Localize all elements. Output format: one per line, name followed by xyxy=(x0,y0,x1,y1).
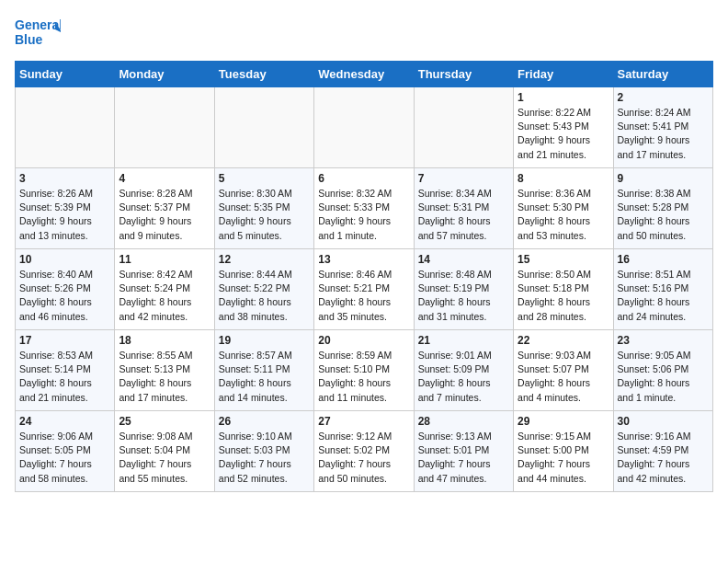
day-number: 25 xyxy=(119,415,210,428)
calendar-day-header: Friday xyxy=(514,62,613,87)
day-number: 22 xyxy=(518,334,609,347)
day-info: Sunrise: 9:03 AM Sunset: 5:07 PM Dayligh… xyxy=(518,349,609,405)
day-info: Sunrise: 8:28 AM Sunset: 5:37 PM Dayligh… xyxy=(119,187,210,243)
day-info: Sunrise: 8:40 AM Sunset: 5:26 PM Dayligh… xyxy=(19,268,110,324)
calendar-week-row: 17Sunrise: 8:53 AM Sunset: 5:14 PM Dayli… xyxy=(16,330,713,411)
day-info: Sunrise: 8:59 AM Sunset: 5:10 PM Dayligh… xyxy=(318,349,409,405)
day-number: 11 xyxy=(119,253,210,266)
calendar-week-row: 10Sunrise: 8:40 AM Sunset: 5:26 PM Dayli… xyxy=(16,249,713,330)
calendar-day-header: Monday xyxy=(115,62,214,87)
day-info: Sunrise: 8:30 AM Sunset: 5:35 PM Dayligh… xyxy=(219,187,310,243)
calendar-day-header: Wednesday xyxy=(314,62,414,87)
day-info: Sunrise: 8:26 AM Sunset: 5:39 PM Dayligh… xyxy=(19,187,110,243)
calendar-cell: 21Sunrise: 9:01 AM Sunset: 5:09 PM Dayli… xyxy=(414,330,513,411)
calendar-cell: 26Sunrise: 9:10 AM Sunset: 5:03 PM Dayli… xyxy=(214,411,313,492)
day-info: Sunrise: 8:34 AM Sunset: 5:31 PM Dayligh… xyxy=(418,187,509,243)
calendar-cell: 8Sunrise: 8:36 AM Sunset: 5:30 PM Daylig… xyxy=(514,168,613,249)
day-info: Sunrise: 9:15 AM Sunset: 5:00 PM Dayligh… xyxy=(518,430,609,486)
calendar-cell: 17Sunrise: 8:53 AM Sunset: 5:14 PM Dayli… xyxy=(16,330,115,411)
calendar-header-row: SundayMondayTuesdayWednesdayThursdayFrid… xyxy=(16,62,713,87)
calendar-cell: 10Sunrise: 8:40 AM Sunset: 5:26 PM Dayli… xyxy=(16,249,115,330)
day-number: 28 xyxy=(418,415,509,428)
day-number: 14 xyxy=(418,253,509,266)
day-info: Sunrise: 9:16 AM Sunset: 4:59 PM Dayligh… xyxy=(618,430,709,486)
calendar-cell xyxy=(16,87,115,168)
logo-svg: General Blue xyxy=(15,15,61,53)
day-number: 21 xyxy=(418,334,509,347)
day-info: Sunrise: 9:01 AM Sunset: 5:09 PM Dayligh… xyxy=(418,349,509,405)
calendar-day-header: Sunday xyxy=(16,62,115,87)
day-number: 23 xyxy=(618,334,709,347)
day-number: 1 xyxy=(518,91,609,104)
page-header: General Blue xyxy=(15,15,713,53)
day-number: 5 xyxy=(219,172,310,185)
day-info: Sunrise: 8:22 AM Sunset: 5:43 PM Dayligh… xyxy=(518,106,609,162)
day-number: 8 xyxy=(518,172,609,185)
calendar-cell: 9Sunrise: 8:38 AM Sunset: 5:28 PM Daylig… xyxy=(613,168,712,249)
calendar-week-row: 1Sunrise: 8:22 AM Sunset: 5:43 PM Daylig… xyxy=(16,87,713,168)
calendar-cell: 1Sunrise: 8:22 AM Sunset: 5:43 PM Daylig… xyxy=(514,87,613,168)
day-info: Sunrise: 8:55 AM Sunset: 5:13 PM Dayligh… xyxy=(119,349,210,405)
day-info: Sunrise: 8:32 AM Sunset: 5:33 PM Dayligh… xyxy=(318,187,409,243)
day-info: Sunrise: 8:38 AM Sunset: 5:28 PM Dayligh… xyxy=(618,187,709,243)
calendar-cell: 28Sunrise: 9:13 AM Sunset: 5:01 PM Dayli… xyxy=(414,411,513,492)
calendar-cell xyxy=(414,87,513,168)
calendar-cell: 7Sunrise: 8:34 AM Sunset: 5:31 PM Daylig… xyxy=(414,168,513,249)
day-info: Sunrise: 9:05 AM Sunset: 5:06 PM Dayligh… xyxy=(618,349,709,405)
day-number: 9 xyxy=(618,172,709,185)
calendar-cell: 27Sunrise: 9:12 AM Sunset: 5:02 PM Dayli… xyxy=(314,411,414,492)
day-info: Sunrise: 8:57 AM Sunset: 5:11 PM Dayligh… xyxy=(219,349,310,405)
day-number: 24 xyxy=(19,415,110,428)
calendar-cell: 11Sunrise: 8:42 AM Sunset: 5:24 PM Dayli… xyxy=(115,249,214,330)
day-info: Sunrise: 8:51 AM Sunset: 5:16 PM Dayligh… xyxy=(618,268,709,324)
calendar-cell: 25Sunrise: 9:08 AM Sunset: 5:04 PM Dayli… xyxy=(115,411,214,492)
calendar-cell: 15Sunrise: 8:50 AM Sunset: 5:18 PM Dayli… xyxy=(514,249,613,330)
day-number: 27 xyxy=(318,415,409,428)
calendar-cell xyxy=(314,87,414,168)
calendar-cell: 29Sunrise: 9:15 AM Sunset: 5:00 PM Dayli… xyxy=(514,411,613,492)
calendar-cell: 30Sunrise: 9:16 AM Sunset: 4:59 PM Dayli… xyxy=(613,411,712,492)
day-number: 6 xyxy=(318,172,409,185)
calendar-day-header: Tuesday xyxy=(214,62,313,87)
day-info: Sunrise: 9:06 AM Sunset: 5:05 PM Dayligh… xyxy=(19,430,110,486)
day-number: 13 xyxy=(318,253,409,266)
day-info: Sunrise: 8:53 AM Sunset: 5:14 PM Dayligh… xyxy=(19,349,110,405)
calendar-day-header: Saturday xyxy=(613,62,712,87)
calendar-cell: 3Sunrise: 8:26 AM Sunset: 5:39 PM Daylig… xyxy=(16,168,115,249)
day-info: Sunrise: 8:42 AM Sunset: 5:24 PM Dayligh… xyxy=(119,268,210,324)
svg-text:Blue: Blue xyxy=(15,32,43,47)
day-number: 15 xyxy=(518,253,609,266)
day-number: 17 xyxy=(19,334,110,347)
day-info: Sunrise: 8:46 AM Sunset: 5:21 PM Dayligh… xyxy=(318,268,409,324)
calendar-cell: 22Sunrise: 9:03 AM Sunset: 5:07 PM Dayli… xyxy=(514,330,613,411)
calendar-cell: 6Sunrise: 8:32 AM Sunset: 5:33 PM Daylig… xyxy=(314,168,414,249)
day-number: 3 xyxy=(19,172,110,185)
calendar-cell: 12Sunrise: 8:44 AM Sunset: 5:22 PM Dayli… xyxy=(214,249,313,330)
calendar-cell xyxy=(115,87,214,168)
calendar-week-row: 3Sunrise: 8:26 AM Sunset: 5:39 PM Daylig… xyxy=(16,168,713,249)
day-number: 10 xyxy=(19,253,110,266)
svg-text:General: General xyxy=(15,17,61,32)
calendar-cell: 4Sunrise: 8:28 AM Sunset: 5:37 PM Daylig… xyxy=(115,168,214,249)
calendar-cell: 14Sunrise: 8:48 AM Sunset: 5:19 PM Dayli… xyxy=(414,249,513,330)
day-info: Sunrise: 9:08 AM Sunset: 5:04 PM Dayligh… xyxy=(119,430,210,486)
day-number: 29 xyxy=(518,415,609,428)
day-number: 30 xyxy=(618,415,709,428)
calendar-day-header: Thursday xyxy=(414,62,513,87)
day-number: 20 xyxy=(318,334,409,347)
day-number: 12 xyxy=(219,253,310,266)
calendar-table: SundayMondayTuesdayWednesdayThursdayFrid… xyxy=(15,61,713,492)
day-info: Sunrise: 8:36 AM Sunset: 5:30 PM Dayligh… xyxy=(518,187,609,243)
calendar-cell: 24Sunrise: 9:06 AM Sunset: 5:05 PM Dayli… xyxy=(16,411,115,492)
day-number: 7 xyxy=(418,172,509,185)
day-number: 4 xyxy=(119,172,210,185)
calendar-cell: 20Sunrise: 8:59 AM Sunset: 5:10 PM Dayli… xyxy=(314,330,414,411)
calendar-cell: 13Sunrise: 8:46 AM Sunset: 5:21 PM Dayli… xyxy=(314,249,414,330)
day-info: Sunrise: 8:44 AM Sunset: 5:22 PM Dayligh… xyxy=(219,268,310,324)
calendar-week-row: 24Sunrise: 9:06 AM Sunset: 5:05 PM Dayli… xyxy=(16,411,713,492)
calendar-cell: 16Sunrise: 8:51 AM Sunset: 5:16 PM Dayli… xyxy=(613,249,712,330)
day-number: 16 xyxy=(618,253,709,266)
day-number: 19 xyxy=(219,334,310,347)
day-info: Sunrise: 8:48 AM Sunset: 5:19 PM Dayligh… xyxy=(418,268,509,324)
calendar-cell: 23Sunrise: 9:05 AM Sunset: 5:06 PM Dayli… xyxy=(613,330,712,411)
